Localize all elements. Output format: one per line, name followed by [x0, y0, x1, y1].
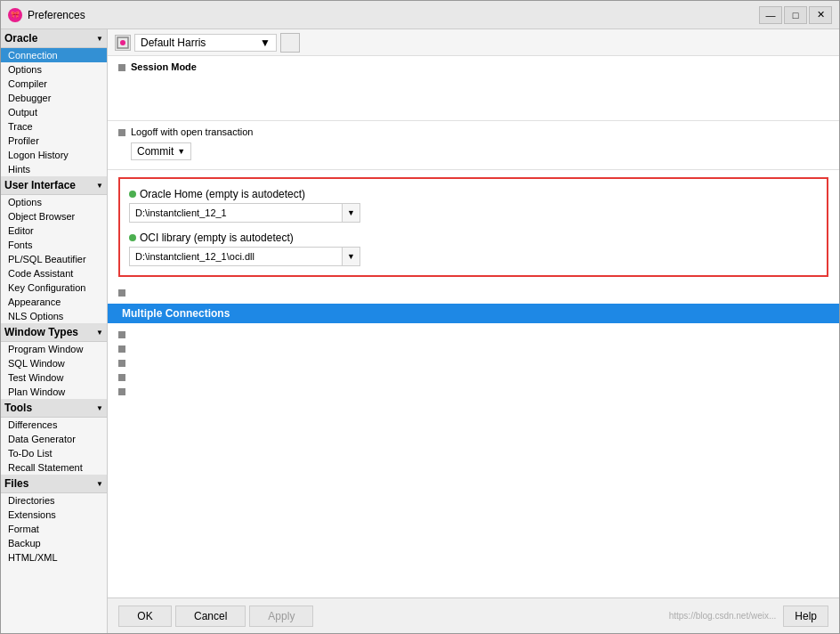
session-mode-section: Session Mode [108, 56, 839, 121]
title-bar-left: 🎀 Preferences [8, 8, 85, 22]
chevron-down-icon-ui: ▼ [96, 182, 103, 190]
oracle-home-status-dot [129, 191, 136, 198]
sidebar-item-trace[interactable]: Trace [1, 119, 107, 134]
chevron-down-icon-wt: ▼ [96, 329, 103, 337]
cancel-button[interactable]: Cancel [175, 606, 246, 627]
sidebar-group-oracle[interactable]: Oracle ▼ [1, 29, 107, 48]
sidebar-group-window-types[interactable]: Window Types ▼ [1, 323, 107, 342]
sidebar-group-ui-label: User Interface [4, 179, 76, 191]
ok-button[interactable]: OK [118, 606, 172, 627]
toolbar-button-extra[interactable] [280, 33, 300, 53]
sidebar-item-key-configuration[interactable]: Key Configuration [1, 280, 107, 295]
sidebar-item-options-oracle[interactable]: Options [1, 62, 107, 77]
oracle-oci-section: Oracle Home (empty is autodetect) ▼ OCI … [118, 177, 828, 277]
sidebar-group-oracle-label: Oracle [4, 32, 37, 45]
sidebar-item-todo-list[interactable]: To-Do List [1, 446, 107, 460]
sidebar-group-wt-label: Window Types [4, 326, 78, 338]
mc-marker-1 [118, 331, 125, 338]
profile-dropdown[interactable]: Default Harris ▼ [134, 34, 277, 52]
minimize-button[interactable]: — [759, 6, 782, 24]
oracle-home-group: Oracle Home (empty is autodetect) ▼ [129, 188, 818, 223]
mc-row-1 [118, 327, 828, 341]
oracle-home-label: Oracle Home (empty is autodetect) [140, 188, 305, 200]
sidebar-item-output[interactable]: Output [1, 105, 107, 119]
section-marker-mid [118, 289, 125, 297]
help-button[interactable]: Help [783, 606, 828, 627]
oci-library-dropdown-btn[interactable]: ▼ [342, 248, 359, 265]
session-mode-label: Session Mode [131, 61, 197, 72]
window-title: Preferences [28, 9, 85, 21]
sidebar-item-directories[interactable]: Directories [1, 493, 107, 508]
sidebar-item-format[interactable]: Format [1, 522, 107, 536]
right-panel: Default Harris ▼ Session Mode [108, 29, 839, 633]
sidebar-item-program-window[interactable]: Program Window [1, 342, 107, 356]
sidebar-group-files[interactable]: Files ▼ [1, 475, 107, 493]
sidebar-item-profiler[interactable]: Profiler [1, 134, 107, 148]
main-content: Oracle ▼ Connection Options Compiler Deb… [1, 29, 839, 633]
oracle-home-label-row: Oracle Home (empty is autodetect) [129, 188, 818, 200]
bottom-buttons-left: OK Cancel Apply [118, 606, 313, 627]
multiple-connections-label: Multiple Connections [122, 307, 230, 320]
toolbar: Default Harris ▼ [108, 29, 839, 56]
profile-dropdown-value: Default Harris [141, 37, 206, 49]
sidebar-item-options-ui[interactable]: Options [1, 195, 107, 209]
mc-row-3 [118, 355, 828, 370]
section-marker-logoff [118, 129, 125, 136]
sidebar-item-sql-window[interactable]: SQL Window [1, 356, 107, 370]
multiple-connections-rows [108, 323, 839, 402]
oci-library-dropdown[interactable]: ▼ [129, 247, 360, 266]
sidebar-item-connection[interactable]: Connection [1, 48, 107, 62]
logoff-dropdown[interactable]: Commit ▼ [131, 142, 191, 160]
mc-marker-4 [118, 374, 125, 381]
sidebar-item-compiler[interactable]: Compiler [1, 77, 107, 91]
sidebar: Oracle ▼ Connection Options Compiler Deb… [1, 29, 108, 633]
mc-marker-3 [118, 360, 125, 367]
sidebar-group-files-label: Files [4, 477, 28, 490]
sidebar-item-debugger[interactable]: Debugger [1, 91, 107, 105]
multiple-connections-header: Multiple Connections [108, 304, 839, 323]
close-button[interactable]: ✕ [809, 6, 832, 24]
sidebar-item-logon-history[interactable]: Logon History [1, 148, 107, 162]
sidebar-item-data-generator[interactable]: Data Generator [1, 432, 107, 446]
sidebar-item-appearance[interactable]: Appearance [1, 295, 107, 309]
logoff-section: Logoff with open transaction Commit ▼ [108, 121, 839, 170]
sidebar-group-tools-label: Tools [4, 402, 32, 414]
logoff-dropdown-arrow: ▼ [177, 147, 185, 156]
apply-button[interactable]: Apply [249, 606, 313, 627]
sidebar-item-extensions[interactable]: Extensions [1, 508, 107, 522]
mc-marker-5 [118, 388, 125, 395]
sidebar-item-object-browser[interactable]: Object Browser [1, 209, 107, 224]
sidebar-item-nls-options[interactable]: NLS Options [1, 309, 107, 323]
sidebar-group-tools[interactable]: Tools ▼ [1, 399, 107, 418]
sidebar-item-code-assistant[interactable]: Code Assistant [1, 266, 107, 280]
chevron-down-icon-files: ▼ [96, 480, 103, 488]
maximize-button[interactable]: □ [784, 6, 807, 24]
sidebar-item-differences[interactable]: Differences [1, 418, 107, 432]
mc-row-2 [118, 341, 828, 355]
sidebar-group-user-interface[interactable]: User Interface ▼ [1, 176, 107, 195]
oci-library-status-dot [129, 234, 136, 241]
svg-point-1 [120, 40, 125, 45]
oracle-home-input[interactable] [130, 206, 342, 220]
sidebar-item-hints[interactable]: Hints [1, 162, 107, 176]
oci-library-label-row: OCI library (empty is autodetect) [129, 232, 818, 244]
sidebar-item-plan-window[interactable]: Plan Window [1, 385, 107, 399]
sidebar-item-recall-statement[interactable]: Recall Statement [1, 460, 107, 475]
sidebar-item-html-xml[interactable]: HTML/XML [1, 550, 107, 565]
toolbar-icon-left [115, 35, 131, 51]
window-controls: — □ ✕ [759, 6, 832, 24]
app-icon: 🎀 [8, 8, 22, 22]
sidebar-item-fonts[interactable]: Fonts [1, 238, 107, 252]
chevron-down-icon-tools: ▼ [96, 404, 103, 412]
sidebar-item-editor[interactable]: Editor [1, 224, 107, 238]
marker-row [108, 284, 839, 300]
sidebar-item-test-window[interactable]: Test Window [1, 370, 107, 385]
oci-library-input[interactable] [130, 249, 342, 264]
preferences-window: 🎀 Preferences — □ ✕ Oracle ▼ Connection … [0, 0, 840, 634]
sidebar-item-plsql-beautifier[interactable]: PL/SQL Beautifier [1, 252, 107, 266]
oracle-home-dropdown-btn[interactable]: ▼ [342, 204, 359, 222]
oracle-home-dropdown[interactable]: ▼ [129, 203, 360, 223]
mc-marker-2 [118, 345, 125, 353]
sidebar-item-backup[interactable]: Backup [1, 536, 107, 550]
content-area: Session Mode Logoff with open transactio… [108, 56, 839, 597]
